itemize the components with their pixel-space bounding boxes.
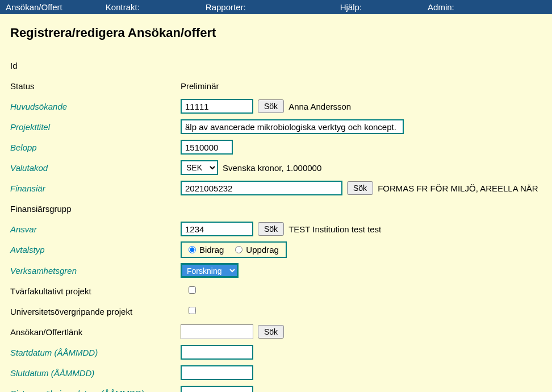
belopp-input[interactable] bbox=[181, 140, 233, 155]
slutdatum-label: Slutdatum (ÅÅMMDD) bbox=[10, 368, 181, 378]
content: Registrera/redigera Ansökan/offert Id St… bbox=[0, 14, 552, 392]
tvarfak-label: Tvärfakultativt projekt bbox=[10, 286, 181, 296]
univover-checkbox[interactable] bbox=[189, 307, 196, 314]
finansiarsgrupp-label: Finansiärsgrupp bbox=[10, 204, 181, 214]
ansvar-label: Ansvar bbox=[10, 224, 181, 234]
huvudsokande-label: Huvudsökande bbox=[10, 102, 181, 111]
startdatum-input[interactable] bbox=[181, 345, 253, 360]
nav-hjalp[interactable]: Hjälp: bbox=[331, 2, 419, 12]
huvudsokande-input[interactable] bbox=[181, 99, 253, 114]
offertlank-input[interactable] bbox=[181, 324, 253, 339]
tvarfak-checkbox[interactable] bbox=[189, 286, 196, 294]
univover-label: Universitetsövergripande projekt bbox=[10, 307, 181, 316]
valutakod-select[interactable]: SEK bbox=[181, 160, 218, 175]
slutdatum-input[interactable] bbox=[181, 365, 253, 380]
sistaansokan-label: Sista ansökningsdatum (ÅÅMMDD) bbox=[10, 389, 181, 393]
ansvar-desc: TEST Institution test test bbox=[288, 224, 381, 234]
id-label: Id bbox=[10, 61, 181, 70]
navbar: Ansökan/Offert Kontrakt: Rapporter: Hjäl… bbox=[0, 0, 552, 14]
avtalstyp-label: Avtalstyp bbox=[10, 245, 181, 255]
ansvar-input[interactable] bbox=[181, 222, 253, 236]
finansiar-input[interactable] bbox=[181, 181, 342, 195]
finansiar-desc: FORMAS FR FÖR MILJÖ, AREELLA NÄR bbox=[378, 184, 538, 193]
finansiar-label: Finansiär bbox=[10, 184, 181, 193]
finansiar-sok-button[interactable]: Sök bbox=[347, 181, 373, 195]
verksamhetsgren-label: Verksamhetsgren bbox=[10, 266, 181, 276]
huvudsokande-sok-button[interactable]: Sök bbox=[258, 99, 284, 113]
radio-uppdrag[interactable] bbox=[235, 246, 242, 253]
valutakod-label: Valutakod bbox=[10, 163, 181, 173]
page-title: Registrera/redigera Ansökan/offert bbox=[10, 26, 542, 40]
projekttitel-input[interactable] bbox=[181, 119, 404, 134]
avtalstyp-radio-group: Bidrag Uppdrag bbox=[181, 241, 287, 258]
radio-bidrag-text: Bidrag bbox=[199, 245, 224, 255]
radio-bidrag-label[interactable]: Bidrag bbox=[189, 245, 224, 255]
radio-uppdrag-text: Uppdrag bbox=[246, 245, 279, 255]
nav-ansokan[interactable]: Ansökan/Offert bbox=[0, 2, 97, 12]
huvudsokande-name: Anna Andersson bbox=[288, 102, 351, 111]
status-value: Preliminär bbox=[181, 81, 219, 91]
startdatum-label: Startdatum (ÅÅMMDD) bbox=[10, 348, 181, 357]
radio-uppdrag-label[interactable]: Uppdrag bbox=[235, 245, 279, 255]
offertlank-label: Ansökan/Offertlänk bbox=[10, 327, 181, 337]
radio-bidrag[interactable] bbox=[189, 246, 196, 253]
belopp-label: Belopp bbox=[10, 143, 181, 152]
projekttitel-label: Projekttitel bbox=[10, 122, 181, 132]
sistaansokan-input[interactable] bbox=[181, 386, 253, 392]
ansvar-sok-button[interactable]: Sök bbox=[258, 222, 284, 236]
offertlank-sok-button[interactable]: Sök bbox=[258, 325, 284, 339]
nav-rapporter[interactable]: Rapporter: bbox=[196, 2, 331, 12]
valutakod-desc: Svenska kronor, 1.000000 bbox=[223, 163, 321, 173]
status-label: Status bbox=[10, 81, 181, 91]
nav-kontrakt[interactable]: Kontrakt: bbox=[97, 2, 196, 12]
nav-admin[interactable]: Admin: bbox=[419, 2, 463, 12]
verksamhetsgren-select[interactable]: Forskning bbox=[181, 263, 239, 278]
